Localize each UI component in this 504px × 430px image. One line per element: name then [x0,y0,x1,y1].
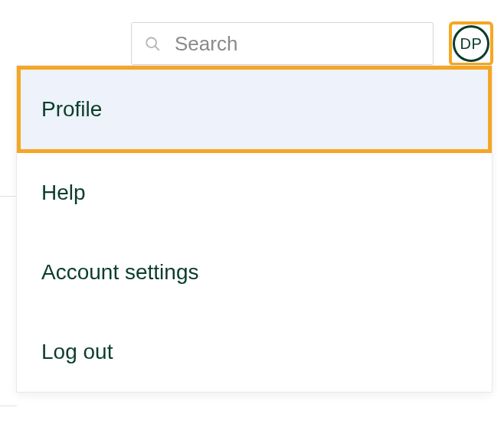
divider-left-1 [0,196,17,197]
menu-item-label: Log out [41,340,113,363]
avatar[interactable]: DP [453,25,489,62]
header: DP [0,0,504,66]
divider-left-2 [0,406,17,406]
search-input[interactable] [175,32,421,56]
menu-item-label: Account settings [41,260,198,284]
menu-item-help[interactable]: Help [17,153,492,233]
avatar-initials: DP [460,35,483,53]
menu-item-account-settings[interactable]: Account settings [17,233,492,312]
svg-line-1 [155,46,159,50]
user-menu-dropdown: Profile Help Account settings Log out [16,65,493,393]
menu-item-label: Profile [41,97,102,121]
avatar-highlight: DP [449,21,493,66]
search-icon [144,35,161,52]
menu-item-profile[interactable]: Profile [17,66,492,153]
search-box[interactable] [131,22,434,65]
menu-item-log-out[interactable]: Log out [17,312,492,392]
menu-item-label: Help [41,181,86,204]
